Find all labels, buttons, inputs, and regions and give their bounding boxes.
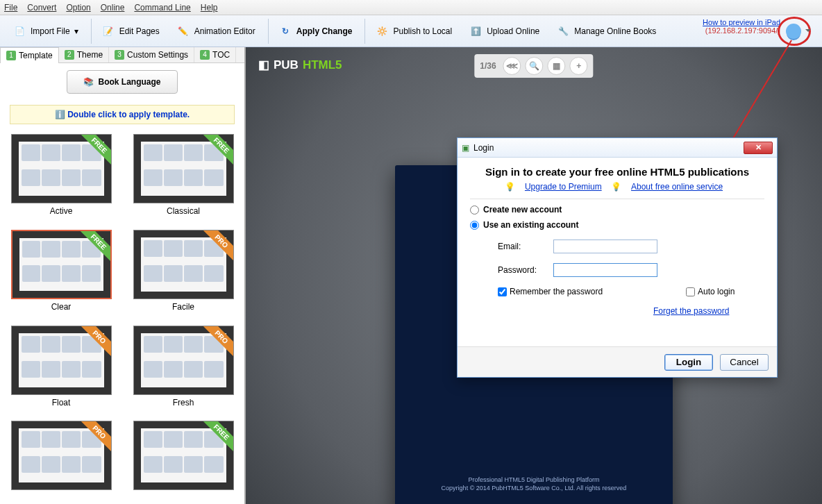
divider <box>470 199 764 199</box>
account-menu[interactable] <box>780 19 811 44</box>
book-language-label: Book Language <box>98 77 160 87</box>
template-item[interactable]: PRO <box>6 421 117 498</box>
preview-ipad-link[interactable]: How to preview in iPad <box>703 18 780 26</box>
template-thumbnail: FREE <box>133 421 234 490</box>
book-icon: 📚 <box>83 77 94 87</box>
book-footer: Professional HTML5 Digital Publishing Pl… <box>395 476 673 493</box>
close-button[interactable]: ✕ <box>744 142 773 154</box>
template-thumbnail: PRO <box>11 421 112 490</box>
sidebar-tabs: 1Template 2Theme 3Custom Settings 4TOC <box>0 47 244 63</box>
share-button[interactable]: ⋘ <box>503 57 521 75</box>
grid-icon: ▦ <box>553 61 560 71</box>
refresh-icon: ↻ <box>278 24 292 38</box>
template-item[interactable]: FREEClassical <box>128 134 239 221</box>
user-avatar-icon <box>786 24 801 39</box>
share-icon: ⋘ <box>506 61 518 71</box>
existing-account-input[interactable] <box>470 221 479 230</box>
apply-change-button[interactable]: ↻ Apply Change <box>271 22 360 41</box>
menu-commandline[interactable]: Command Line <box>134 3 190 12</box>
dialog-titlebar[interactable]: ▣ Login ✕ <box>458 138 777 158</box>
dropdown-icon: ▾ <box>74 26 78 36</box>
template-thumbnail: FREE <box>133 134 234 203</box>
template-item[interactable]: PROFloat <box>6 326 117 413</box>
menu-help[interactable]: Help <box>201 3 218 12</box>
search-button[interactable]: 🔍 <box>526 57 544 75</box>
template-name: Clear <box>6 302 117 312</box>
dialog-links: 💡Upgrade to Premium 💡About free online s… <box>470 182 764 192</box>
dialog-body: Sign in to create your free online HTML5… <box>458 158 777 346</box>
tab-template[interactable]: 1Template <box>0 47 59 63</box>
template-item[interactable]: PROFacile <box>128 230 239 317</box>
template-name: Float <box>6 398 117 408</box>
template-item[interactable]: FREEClear <box>6 230 117 317</box>
import-file-label: Import File <box>31 26 70 36</box>
cancel-button[interactable]: Cancel <box>720 354 769 371</box>
upload-icon: ⬆️ <box>469 24 483 38</box>
manage-books-label: Manage Online Books <box>574 26 656 36</box>
auto-login-checkbox[interactable]: Auto login <box>686 287 735 296</box>
separator <box>364 19 365 44</box>
animation-editor-button[interactable]: ✏️ Animation Editor <box>169 22 262 41</box>
forgot-password-link[interactable]: Forget the password <box>653 306 729 316</box>
template-name: Fresh <box>128 398 239 408</box>
login-button[interactable]: Login <box>664 354 713 371</box>
template-name: Active <box>6 206 117 216</box>
existing-account-radio[interactable]: Use an existing account <box>470 220 764 230</box>
template-name: Classical <box>128 206 239 216</box>
page-counter: 1/36 <box>480 61 496 71</box>
edit-pages-button[interactable]: 📝 Edit Pages <box>94 22 167 41</box>
upgrade-link[interactable]: Upgrade to Premium <box>525 182 602 192</box>
template-item[interactable]: FREE <box>128 421 239 498</box>
apply-hint: ℹ️ Double click to apply template. <box>10 105 235 124</box>
import-file-button[interactable]: 📄 Import File ▾ <box>6 22 85 41</box>
animation-label: Animation Editor <box>194 26 255 36</box>
upload-online-label: Upload Online <box>487 26 539 36</box>
about-service-link[interactable]: About free online service <box>631 182 723 192</box>
sidebar: 1Template 2Theme 3Custom Settings 4TOC 📚… <box>0 47 246 504</box>
tab-custom-settings[interactable]: 3Custom Settings <box>109 47 194 62</box>
chevron-down-icon <box>805 29 811 32</box>
manage-books-button[interactable]: 🔧 Manage Online Books <box>549 22 663 41</box>
upload-online-button[interactable]: ⬆️ Upload Online <box>462 22 546 41</box>
login-dialog: ▣ Login ✕ Sign in to create your free on… <box>457 137 778 378</box>
password-field[interactable] <box>553 263 657 277</box>
menu-online[interactable]: Online <box>101 3 125 12</box>
info-icon: ℹ️ <box>55 110 65 119</box>
template-item[interactable]: PROFresh <box>128 326 239 413</box>
menu-file[interactable]: File <box>4 3 17 12</box>
book-language-button[interactable]: 📚 Book Language <box>67 70 178 94</box>
template-name: Facile <box>128 302 239 312</box>
edit-pages-label: Edit Pages <box>119 26 160 36</box>
email-label: Email: <box>498 242 553 251</box>
menu-convert[interactable]: Convert <box>27 3 56 12</box>
dialog-icon: ▣ <box>462 143 469 153</box>
search-icon: 🔍 <box>529 61 539 71</box>
create-account-input[interactable] <box>470 205 479 215</box>
menu-option[interactable]: Option <box>66 3 90 12</box>
template-thumbnail: FREE <box>11 230 112 299</box>
dialog-footer: Login Cancel <box>458 346 777 377</box>
tab-theme[interactable]: 2Theme <box>59 47 109 62</box>
menubar: File Convert Option Online Command Line … <box>0 0 822 15</box>
thumbnails-button[interactable]: ▦ <box>548 57 566 75</box>
plus-file-icon: 📄 <box>12 24 26 38</box>
template-thumbnail: PRO <box>133 230 234 299</box>
pubhtml5-logo: ◧ PUBHTML5 <box>258 58 342 72</box>
email-field[interactable] <box>553 240 657 253</box>
zoom-button[interactable]: + <box>570 57 588 75</box>
dialog-title: Login <box>473 143 494 153</box>
ip-address: (192.168.2.197:9094/) <box>705 26 780 35</box>
template-grid: FREEActiveFREEClassicalFREEClearPROFacil… <box>0 128 244 504</box>
create-account-radio[interactable]: Create new account <box>470 205 764 215</box>
separator <box>91 19 92 44</box>
remember-password-checkbox[interactable]: Remember the password <box>498 287 603 296</box>
preview-info: How to preview in iPad (192.168.2.197:90… <box>703 18 780 35</box>
bulb-icon: 💡 <box>505 182 515 192</box>
tab-toc[interactable]: 4TOC <box>194 47 236 62</box>
animation-icon: ✏️ <box>176 24 190 38</box>
template-item[interactable]: FREEActive <box>6 134 117 221</box>
apply-change-label: Apply Change <box>296 26 353 36</box>
preview-top-controls: 1/36 ⋘ 🔍 ▦ + <box>474 54 593 78</box>
toolbar: 📄 Import File ▾ 📝 Edit Pages ✏️ Animatio… <box>0 15 822 47</box>
publish-local-button[interactable]: 🔆 Publish to Local <box>368 22 459 41</box>
